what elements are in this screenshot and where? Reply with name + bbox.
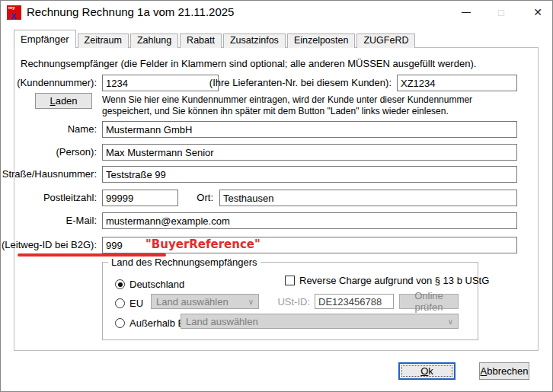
non-eu-country-select-value: Land auswählen: [186, 316, 258, 327]
abbrechen-button-label: bbrechen: [487, 365, 528, 377]
tab-empfaenger[interactable]: Empfänger: [14, 30, 76, 48]
app-icon-text-top: my: [8, 5, 15, 10]
chevron-down-icon: ∨: [248, 298, 254, 306]
tab-zahlung[interactable]: Zahlung: [130, 33, 178, 48]
checkbox-reverse-charge[interactable]: Reverse Charge aufgrund von § 13 b UStG: [285, 275, 489, 286]
chevron-down-icon: ∨: [448, 317, 453, 326]
ok-button-label: k: [428, 365, 433, 377]
email-input[interactable]: [102, 212, 517, 229]
non-eu-country-select[interactable]: Land auswählen ∨: [181, 314, 459, 329]
email-label: E-Mail:: [66, 215, 97, 226]
name-label: Name:: [68, 123, 97, 135]
app-icon-text-bottom: X: [11, 11, 16, 21]
eu-country-select[interactable]: Land auswählen ∨: [151, 294, 259, 309]
tab-zeitraum[interactable]: Zeitraum: [78, 33, 129, 48]
strasse-input[interactable]: [102, 166, 517, 183]
close-icon: ✕: [533, 6, 542, 18]
online-pruefen-label: Online prüfen: [400, 290, 458, 313]
ort-label: Ort:: [197, 192, 213, 203]
lieferanten-nr-input[interactable]: [397, 75, 517, 91]
laden-button-mnemonic: L: [50, 95, 55, 107]
tab-zusatzinfos[interactable]: Zusatzinfos: [223, 33, 286, 48]
radio-eu[interactable]: EU: [115, 298, 143, 309]
radio-unselected-icon: [115, 298, 125, 308]
name-input[interactable]: [102, 121, 517, 138]
strasse-label: Straße/Hausnummer:: [2, 168, 97, 180]
country-groupbox-legend: Land des Rechnungsempfängers: [108, 257, 261, 268]
person-label: (Person):: [56, 146, 97, 158]
ustid-input[interactable]: [315, 294, 394, 309]
tab-einzelposten[interactable]: Einzelposten: [287, 33, 356, 48]
radio-eu-label: EU: [129, 298, 143, 309]
laden-button-label: aden: [56, 95, 78, 107]
abbrechen-button[interactable]: Abbrechen: [479, 362, 529, 380]
ustid-label: USt-ID:: [277, 296, 310, 308]
tab-rabatt[interactable]: Rabatt: [180, 33, 222, 48]
ok-button[interactable]: Ok: [398, 362, 456, 380]
radio-deutschland[interactable]: Deutschland: [115, 279, 184, 290]
maximize-button[interactable]: □: [489, 1, 513, 24]
reverse-charge-label: Reverse Charge aufgrund von § 13 b UStG: [299, 275, 489, 286]
intro-text: Rechnungsempfänger (die Felder in Klamme…: [21, 58, 476, 69]
laden-hint-line2: gespeichert, und Sie können ihn später m…: [102, 106, 449, 117]
kundennummer-input[interactable]: [102, 75, 219, 91]
window-title: Rechnung Rechnung 1a vom 21.11.2025: [27, 1, 234, 24]
checkbox-unchecked-icon: [285, 276, 295, 285]
minimize-icon: —: [462, 7, 471, 18]
plz-input[interactable]: [102, 190, 178, 206]
eu-country-select-value: Land auswählen: [156, 296, 229, 308]
person-input[interactable]: [102, 144, 517, 161]
kundennummer-label: (Kundennummer):: [17, 77, 97, 88]
leitweg-label: (Leitweg-ID bei B2G):: [2, 239, 97, 250]
app-icon: my X: [7, 5, 21, 20]
lieferanten-nr-label: (Ihre Lieferanten-Nr. bei diesem Kunden)…: [209, 77, 392, 88]
ok-button-mnemonic: O: [420, 365, 428, 377]
radio-unselected-icon: [115, 318, 125, 328]
minimize-button[interactable]: —: [454, 1, 478, 24]
maximize-icon: □: [498, 7, 504, 18]
close-button[interactable]: ✕: [526, 1, 550, 24]
laden-button[interactable]: Laden: [35, 93, 92, 109]
radio-deutschland-label: Deutschland: [129, 279, 184, 290]
online-pruefen-button[interactable]: Online prüfen: [399, 294, 459, 309]
buyer-reference-annotation: "BuyerReference": [145, 237, 261, 251]
invoice-dialog: my X Rechnung Rechnung 1a vom 21.11.2025…: [0, 0, 553, 392]
radio-selected-icon: [115, 279, 125, 289]
laden-hint-line1: Wenn Sie hier eine Kundennummer eintrage…: [102, 94, 472, 106]
plz-label: Postleitzahl:: [43, 192, 97, 203]
abbrechen-button-mnemonic: A: [481, 365, 487, 377]
tab-bar: Empfänger Zeitraum Zahlung Rabatt Zusatz…: [14, 30, 415, 48]
ort-input[interactable]: [219, 190, 517, 206]
tab-zugferd[interactable]: ZUGFeRD: [356, 33, 415, 48]
